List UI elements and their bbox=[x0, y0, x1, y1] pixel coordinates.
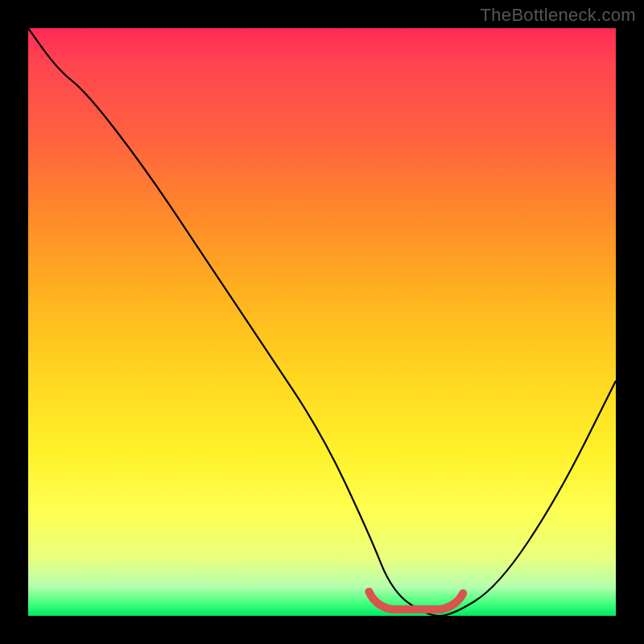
bottleneck-curve-path bbox=[28, 28, 616, 616]
watermark-text: TheBottleneck.com bbox=[481, 5, 636, 26]
chart-lines-layer bbox=[28, 28, 616, 616]
optimal-range-highlight bbox=[369, 592, 463, 609]
chart-plot-area bbox=[28, 28, 616, 616]
